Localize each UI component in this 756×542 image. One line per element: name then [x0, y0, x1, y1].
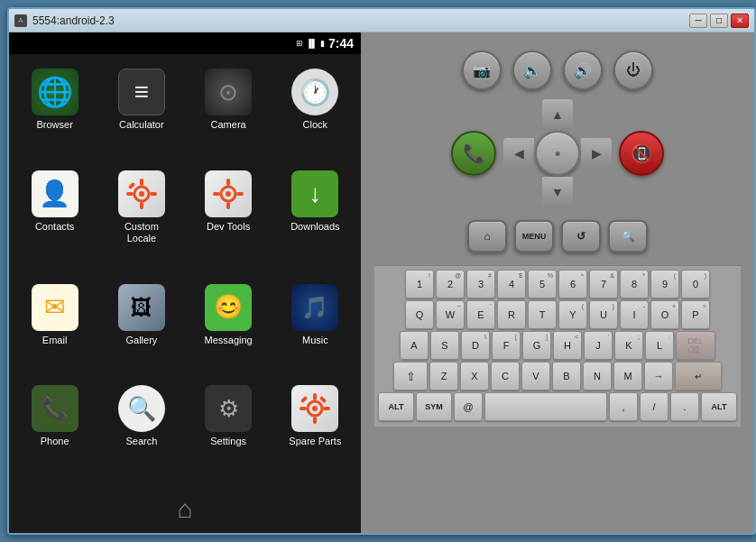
home-nav-icon[interactable]: ⌂	[178, 495, 193, 524]
camera-ctrl-icon: 📷	[473, 62, 491, 79]
key-k[interactable]: K;	[614, 331, 643, 360]
app-custom-locale[interactable]: CustomLocale	[100, 165, 182, 274]
search-ctrl-button[interactable]: 🔍	[608, 220, 648, 253]
key-slash[interactable]: /	[640, 392, 668, 421]
app-dev-tools[interactable]: Dev Tools	[188, 165, 270, 274]
dpad-up-button[interactable]: ▲	[542, 99, 573, 130]
app-spare-parts[interactable]: Spare Parts	[274, 380, 356, 477]
key-delete[interactable]: DEL⌫	[676, 331, 715, 360]
dpad-down-button[interactable]: ▼	[542, 177, 573, 207]
menu-button[interactable]: MENU	[514, 220, 554, 253]
volume-up-button[interactable]: 🔊	[563, 51, 603, 90]
svg-rect-2	[140, 179, 143, 186]
downloads-label: Downloads	[290, 221, 339, 233]
volume-down-icon: 🔈	[523, 62, 541, 79]
gallery-label: Gallery	[125, 335, 157, 346]
app-clock[interactable]: Clock	[274, 63, 356, 161]
key-enter[interactable]: ↵	[675, 362, 722, 390]
search-app-icon	[118, 385, 165, 432]
key-sym[interactable]: SYM	[416, 392, 452, 421]
key-b[interactable]: B	[552, 362, 581, 390]
app-search[interactable]: Search	[100, 380, 182, 477]
close-button[interactable]: ✕	[731, 14, 749, 28]
key-3[interactable]: 3#	[466, 270, 495, 299]
dpad: ▲ ◀ ● ▶ ▼	[503, 99, 612, 207]
key-n[interactable]: N	[583, 362, 612, 390]
power-button[interactable]: ⏻	[613, 51, 653, 90]
controls-panel: 📷 🔈 🔊 ⏻ 📞 ▲ ◀	[361, 32, 754, 533]
calculator-label: Calculator	[119, 119, 164, 131]
app-camera[interactable]: Camera	[188, 63, 270, 161]
restore-button[interactable]: □	[710, 14, 728, 28]
key-period[interactable]: .	[670, 392, 699, 421]
key-7[interactable]: 7&	[589, 270, 618, 299]
end-call-button[interactable]: 📵	[619, 131, 664, 176]
key-8[interactable]: 8*	[620, 270, 649, 299]
app-contacts[interactable]: Contacts	[14, 165, 96, 274]
svg-rect-16	[313, 417, 317, 424]
app-email[interactable]: Email	[14, 279, 96, 376]
app-downloads[interactable]: Downloads	[274, 165, 356, 274]
svg-point-14	[312, 406, 318, 411]
key-5[interactable]: 5%	[528, 270, 557, 299]
key-at[interactable]: @	[454, 392, 483, 421]
key-i[interactable]: I-	[620, 300, 649, 329]
key-0[interactable]: 0)	[681, 270, 710, 299]
app-messaging[interactable]: Messaging	[188, 279, 270, 376]
camera-button[interactable]: 📷	[462, 51, 502, 90]
svg-rect-3	[140, 202, 143, 209]
dpad-right-button[interactable]: ▶	[581, 138, 612, 169]
app-gallery[interactable]: Gallery	[100, 279, 182, 376]
key-alt-left[interactable]: ALT	[378, 392, 414, 421]
key-4[interactable]: 4$	[497, 270, 526, 299]
home-button[interactable]: ⌂	[467, 220, 507, 253]
key-9[interactable]: 9(	[650, 270, 679, 299]
key-1[interactable]: 1!	[405, 270, 434, 299]
key-m[interactable]: M	[613, 362, 642, 390]
key-w[interactable]: W~	[436, 300, 465, 329]
back-button[interactable]: ↺	[561, 220, 601, 253]
key-e[interactable]: E`	[466, 300, 495, 329]
key-h[interactable]: H<	[553, 331, 582, 360]
key-v[interactable]: V	[521, 362, 550, 390]
key-j[interactable]: J'	[584, 331, 613, 360]
key-f[interactable]: F[	[492, 331, 521, 360]
key-o[interactable]: O+	[650, 300, 679, 329]
key-c[interactable]: C	[491, 362, 520, 390]
key-s[interactable]: S	[430, 331, 459, 360]
key-u[interactable]: U}	[589, 300, 618, 329]
key-shift[interactable]: ⇧	[393, 362, 428, 390]
key-q[interactable]: Q	[405, 300, 434, 329]
key-x[interactable]: X	[460, 362, 489, 390]
app-settings[interactable]: Settings	[188, 380, 270, 477]
key-6[interactable]: 6^	[558, 270, 587, 299]
key-z[interactable]: Z	[429, 362, 458, 390]
key-2[interactable]: 2@	[436, 270, 465, 299]
key-arrow[interactable]: →	[644, 362, 673, 390]
minimize-button[interactable]: ─	[689, 14, 707, 28]
app-music[interactable]: Music	[274, 279, 356, 376]
key-g[interactable]: G]	[522, 331, 551, 360]
key-a[interactable]: A	[400, 331, 429, 360]
dpad-left-button[interactable]: ◀	[503, 138, 534, 169]
clock-label: Clock	[303, 119, 328, 131]
dpad-center-button[interactable]: ●	[535, 131, 580, 176]
data-icon: ⊞	[296, 39, 303, 48]
volume-down-button[interactable]: 🔈	[512, 51, 552, 90]
end-call-icon: 📵	[631, 142, 653, 164]
key-comma[interactable]: ,	[609, 392, 638, 421]
key-d[interactable]: D\	[461, 331, 490, 360]
call-button[interactable]: 📞	[451, 131, 496, 176]
key-space[interactable]	[484, 392, 607, 421]
key-r[interactable]: R	[497, 300, 526, 329]
key-l[interactable]: L:	[645, 331, 674, 360]
app-phone[interactable]: Phone	[14, 380, 96, 477]
key-alt-right[interactable]: ALT	[701, 392, 737, 421]
app-calculator[interactable]: Calculator	[100, 63, 182, 161]
phone-nav: ⌂	[9, 486, 361, 533]
key-y[interactable]: Y{	[558, 300, 587, 329]
key-p[interactable]: P=	[681, 300, 710, 329]
key-t[interactable]: T	[528, 300, 557, 329]
app-browser[interactable]: Browser	[14, 63, 96, 161]
spare-parts-icon	[291, 385, 338, 432]
